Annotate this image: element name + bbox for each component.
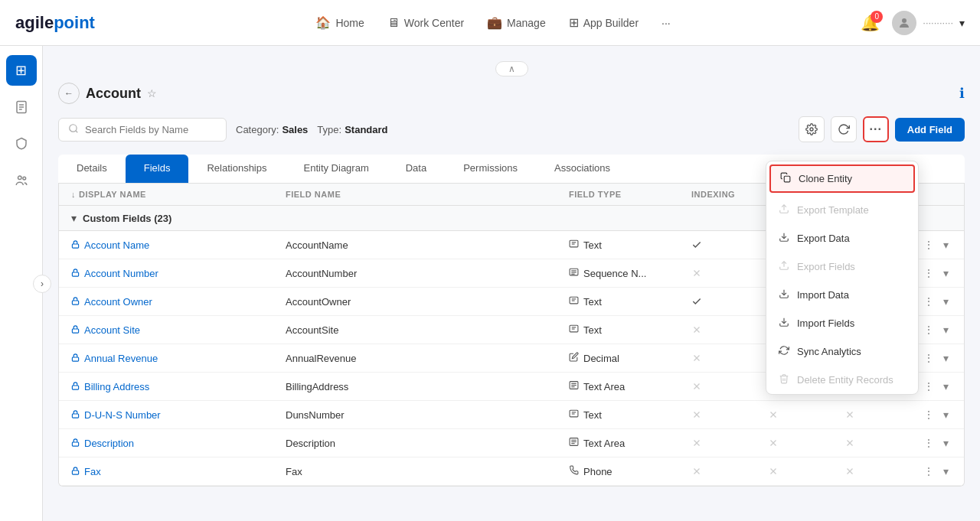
row-expand-button[interactable]: ▾ — [940, 322, 952, 337]
cell-field-name: AccountNumber — [286, 268, 569, 279]
row-expand-button[interactable]: ▾ — [940, 350, 952, 366]
home-icon: 🏠 — [315, 15, 331, 30]
left-sidebar: ⊞ › — [0, 46, 43, 521]
row-expand-button[interactable]: ▾ — [940, 464, 952, 479]
tab-fields[interactable]: Fields — [126, 155, 189, 183]
column-field-type: FIELD TYPE — [569, 190, 691, 199]
refresh-button[interactable] — [831, 116, 857, 142]
column-display-name[interactable]: ↓ DISPLAY NAME — [71, 190, 286, 199]
dropdown-clone-entity[interactable]: Clone Entity — [769, 164, 915, 193]
dropdown-export-data[interactable]: Export Data — [766, 224, 918, 252]
field-name-link[interactable]: Account Site — [84, 324, 140, 336]
dropdown-sync-analytics[interactable]: Sync Analytics — [766, 337, 918, 366]
cell-indexing — [691, 438, 768, 448]
page-layout: ⊞ › ∧ ← Account ☆ ℹ — [0, 46, 980, 521]
row-more-button[interactable]: ⋮ — [920, 294, 937, 309]
row-expand-button[interactable]: ▾ — [940, 407, 952, 422]
add-field-button[interactable]: Add Field — [895, 118, 965, 142]
nav-app-builder[interactable]: ⊞ App Builder — [569, 15, 639, 30]
svg-point-7 — [70, 124, 77, 131]
tab-associations[interactable]: Associations — [536, 155, 629, 183]
sidebar-item-doc[interactable] — [6, 92, 37, 122]
field-name-link[interactable]: Billing Address — [84, 381, 149, 392]
more-dots-icon: ··· — [662, 17, 671, 29]
export-template-icon — [779, 204, 789, 217]
field-name-link[interactable]: Account Number — [84, 268, 158, 279]
field-name-link[interactable]: Fax — [84, 466, 101, 477]
row-more-button[interactable]: ⋮ — [920, 464, 937, 479]
tab-permissions[interactable]: Permissions — [445, 155, 536, 183]
search-icon — [68, 123, 79, 136]
field-name-link[interactable]: Account Owner — [84, 296, 152, 308]
sidebar-item-grid[interactable]: ⊞ — [6, 55, 37, 86]
search-input[interactable] — [85, 124, 214, 135]
back-icon: ← — [64, 88, 74, 99]
row-expand-button[interactable]: ▾ — [940, 237, 952, 252]
nav-manage[interactable]: 💼 Manage — [487, 15, 546, 30]
row-more-button[interactable]: ⋮ — [920, 237, 937, 252]
collapse-bar: ∧ — [58, 61, 965, 77]
sidebar-item-users[interactable] — [6, 165, 37, 196]
collapse-button[interactable]: ∧ — [495, 61, 528, 77]
svg-rect-10 — [72, 244, 78, 248]
svg-rect-71 — [72, 442, 78, 446]
svg-rect-43 — [72, 357, 78, 361]
cell-field-type: Text Area — [569, 380, 691, 392]
dropdown-import-fields[interactable]: Import Fields — [766, 309, 918, 337]
row-more-button[interactable]: ⋮ — [920, 407, 937, 422]
notifications-button[interactable]: 🔔 0 — [861, 14, 880, 32]
more-options-button[interactable]: ··· — [863, 116, 889, 142]
nav-more[interactable]: ··· — [662, 17, 671, 29]
row-more-button[interactable]: ⋮ — [920, 322, 937, 337]
group-expand-icon[interactable]: ▾ — [71, 212, 77, 224]
sidebar-item-shield[interactable] — [6, 129, 37, 159]
tab-relationships[interactable]: Relationships — [188, 155, 285, 183]
dropdown-delete-records[interactable]: Delete Entity Records — [766, 366, 918, 394]
row-expand-button[interactable]: ▾ — [940, 294, 952, 309]
user-menu[interactable]: ··········· ▾ — [892, 11, 965, 35]
tab-details[interactable]: Details — [58, 155, 126, 183]
sidebar-expand-button[interactable]: › — [33, 275, 51, 293]
row-expand-button[interactable]: ▾ — [940, 265, 952, 281]
field-name-link[interactable]: Annual Revenue — [84, 353, 158, 364]
tab-data[interactable]: Data — [387, 155, 445, 183]
row-more-button[interactable]: ⋮ — [920, 435, 937, 451]
favorite-star-icon[interactable]: ☆ — [147, 87, 157, 99]
import-fields-icon — [779, 317, 789, 330]
dropdown-export-template[interactable]: Export Template — [766, 196, 918, 224]
cell-display-name: Account Name — [71, 239, 286, 251]
cell-display-name: Billing Address — [71, 381, 286, 392]
field-type-icon — [569, 380, 579, 392]
field-name-link[interactable]: Description — [84, 438, 134, 449]
cell-field-type: Decimal — [569, 352, 691, 364]
settings-button[interactable] — [799, 116, 825, 142]
field-name-link[interactable]: D-U-N-S Number — [84, 409, 161, 421]
row-actions: ⋮ ▾ — [906, 435, 952, 451]
dropdown-import-data[interactable]: Import Data — [766, 281, 918, 309]
top-navigation: agilepoint 🏠 Home 🖥 Work Center 💼 Manage… — [0, 0, 980, 46]
field-type-icon — [569, 324, 579, 336]
group-label: Custom Fields (23) — [83, 213, 172, 224]
lock-icon — [71, 353, 80, 364]
row-actions: ⋮ ▾ — [906, 464, 952, 479]
svg-rect-25 — [72, 301, 78, 304]
cell-mandatory — [844, 438, 906, 448]
row-more-button[interactable]: ⋮ — [920, 265, 937, 281]
row-expand-button[interactable]: ▾ — [940, 435, 952, 451]
lock-icon — [71, 239, 80, 251]
row-expand-button[interactable]: ▾ — [940, 379, 952, 394]
dropdown-export-fields[interactable]: Export Fields — [766, 252, 918, 281]
row-more-button[interactable]: ⋮ — [920, 350, 937, 366]
back-button[interactable]: ← — [58, 83, 80, 104]
svg-rect-50 — [72, 386, 78, 389]
field-name-link[interactable]: Account Name — [84, 239, 149, 251]
nav-work-center[interactable]: 🖥 Work Center — [387, 16, 464, 30]
cell-indexing — [691, 381, 768, 392]
info-icon[interactable]: ℹ — [959, 85, 965, 102]
cell-display-name: Description — [71, 438, 286, 449]
tab-entity-diagram[interactable]: Entity Diagram — [285, 155, 387, 183]
nav-home[interactable]: 🏠 Home — [315, 15, 364, 30]
cell-indexing — [691, 324, 768, 335]
row-more-button[interactable]: ⋮ — [920, 379, 937, 394]
cell-unique — [768, 438, 844, 448]
